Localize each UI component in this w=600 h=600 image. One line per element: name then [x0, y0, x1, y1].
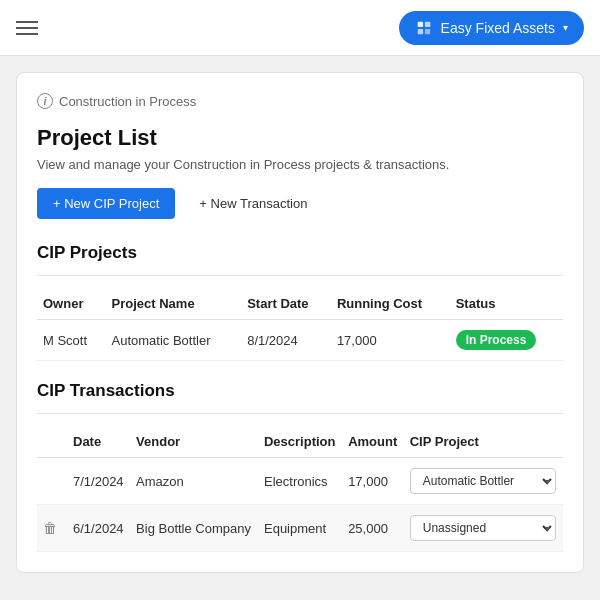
cip-projects-section: CIP Projects Owner Project Name Start Da… [37, 243, 563, 361]
app-button[interactable]: Easy Fixed Assets ▾ [399, 11, 584, 45]
cube-icon [415, 19, 433, 37]
trash-cell[interactable]: 🗑 [37, 505, 67, 552]
main-card: i Construction in Process Project List V… [16, 72, 584, 573]
svg-rect-1 [425, 21, 430, 26]
cell-owner: M Scott [37, 320, 106, 361]
col-project-name: Project Name [106, 288, 242, 320]
cell-project-name: Automatic Bottler [106, 320, 242, 361]
cip-transactions-title: CIP Transactions [37, 381, 563, 401]
cip-project-dropdown[interactable]: Unassigned Automatic Bottler Unassigned [410, 515, 556, 541]
status-badge: In Process [456, 330, 537, 350]
chevron-down-icon: ▾ [563, 22, 568, 33]
cell-vendor: Amazon [130, 458, 258, 505]
new-cip-project-button[interactable]: + New CIP Project [37, 188, 175, 219]
col-date [37, 426, 67, 458]
cell-vendor: Big Bottle Company [130, 505, 258, 552]
cip-project-dropdown-wrapper[interactable]: Automatic Bottler Automatic Bottler Unas… [410, 468, 556, 494]
table-row: 7/1/2024 Amazon Electronics 17,000 Autom… [37, 458, 563, 505]
cell-amount: 17,000 [342, 458, 404, 505]
cell-description: Electronics [258, 458, 342, 505]
page-title: Project List [37, 125, 563, 151]
svg-rect-0 [417, 21, 422, 26]
info-icon: i [37, 93, 53, 109]
cip-transactions-table: Date Vendor Description Amount CIP Proje… [37, 426, 563, 552]
cell-cip-project[interactable]: Automatic Bottler Automatic Bottler Unas… [404, 458, 563, 505]
empty-action-cell [37, 458, 67, 505]
cell-status: In Process [450, 320, 563, 361]
col-status: Status [450, 288, 563, 320]
breadcrumb: i Construction in Process [37, 93, 563, 109]
col-running-cost: Running Cost [331, 288, 450, 320]
cip-project-dropdown-wrapper[interactable]: Unassigned Automatic Bottler Unassigned [410, 515, 556, 541]
col-start-date: Start Date [241, 288, 331, 320]
cell-running-cost: 17,000 [331, 320, 450, 361]
col-owner: Owner [37, 288, 106, 320]
svg-rect-3 [425, 28, 430, 33]
cell-cip-project[interactable]: Unassigned Automatic Bottler Unassigned [404, 505, 563, 552]
svg-rect-2 [417, 28, 422, 33]
cell-description: Equipment [258, 505, 342, 552]
cip-projects-table: Owner Project Name Start Date Running Co… [37, 288, 563, 361]
page-subtitle: View and manage your Construction in Pro… [37, 157, 563, 172]
action-buttons: + New CIP Project + New Transaction [37, 188, 563, 219]
table-row: M Scott Automatic Bottler 8/1/2024 17,00… [37, 320, 563, 361]
cip-transactions-section: CIP Transactions Date Vendor Description… [37, 381, 563, 552]
cip-project-dropdown[interactable]: Automatic Bottler Automatic Bottler Unas… [410, 468, 556, 494]
col-vendor: Vendor [130, 426, 258, 458]
cell-start-date: 8/1/2024 [241, 320, 331, 361]
cell-date: 7/1/2024 [67, 458, 130, 505]
cip-projects-title: CIP Projects [37, 243, 563, 263]
col-date-val: Date [67, 426, 130, 458]
new-transaction-button[interactable]: + New Transaction [187, 188, 319, 219]
col-amount: Amount [342, 426, 404, 458]
hamburger-menu[interactable] [16, 21, 38, 35]
breadcrumb-text: Construction in Process [59, 94, 196, 109]
col-description: Description [258, 426, 342, 458]
col-cip-project: CIP Project [404, 426, 563, 458]
trash-icon[interactable]: 🗑 [43, 520, 57, 536]
cell-date: 6/1/2024 [67, 505, 130, 552]
top-bar: Easy Fixed Assets ▾ [0, 0, 600, 56]
app-button-label: Easy Fixed Assets [441, 20, 555, 36]
table-row: 🗑 6/1/2024 Big Bottle Company Equipment … [37, 505, 563, 552]
cell-amount: 25,000 [342, 505, 404, 552]
